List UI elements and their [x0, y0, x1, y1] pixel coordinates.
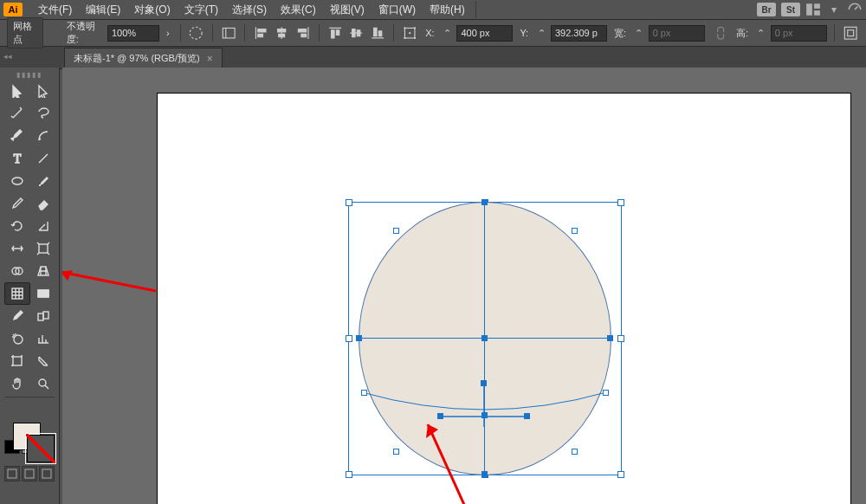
anchor-point[interactable] — [572, 449, 578, 455]
eyedropper-tool[interactable] — [4, 305, 30, 327]
h-label: 高: — [733, 27, 752, 40]
tools-panel-handle[interactable]: ▮▮▮▮▮ — [0, 71, 59, 78]
stock-button[interactable]: St — [781, 3, 800, 16]
resize-handle-se[interactable] — [617, 471, 624, 478]
document-tab[interactable]: 未标题-1* @ 97% (RGB/预览) × — [64, 48, 223, 68]
curvature-tool[interactable] — [30, 125, 56, 147]
menu-select[interactable]: 选择(S) — [225, 0, 274, 19]
menu-effect[interactable]: 效果(C) — [274, 0, 323, 19]
collapse-arrows-icon[interactable]: ◂◂ — [3, 52, 12, 61]
y-input[interactable] — [551, 25, 607, 42]
document-tab-strip: 未标题-1* @ 97% (RGB/预览) × — [0, 47, 866, 69]
direct-selection-tool[interactable] — [30, 80, 56, 102]
menu-view[interactable]: 视图(V) — [323, 0, 372, 19]
recolor-artwork-button[interactable] — [187, 23, 204, 43]
hand-tool[interactable] — [4, 372, 30, 395]
fill-stroke-control[interactable] — [10, 421, 49, 462]
anchor-point[interactable] — [356, 335, 362, 341]
anchor-point[interactable] — [481, 199, 488, 205]
svg-rect-21 — [38, 313, 43, 320]
resize-handle-nw[interactable] — [346, 199, 352, 206]
align-vcenter-button[interactable] — [347, 23, 365, 43]
menu-window[interactable]: 窗口(W) — [372, 0, 423, 19]
symbol-sprayer-tool[interactable] — [4, 327, 30, 350]
svg-rect-4 — [223, 28, 235, 37]
anchor-point[interactable] — [607, 335, 613, 341]
free-transform-tool[interactable] — [30, 237, 56, 260]
chevron-down-icon[interactable]: ▾ — [826, 3, 842, 16]
anchor-point[interactable] — [572, 228, 578, 234]
svg-point-9 — [414, 37, 416, 39]
anchor-point[interactable] — [603, 390, 609, 396]
svg-rect-18 — [12, 288, 23, 299]
resize-handle-w[interactable] — [346, 335, 352, 342]
w-input — [649, 25, 705, 42]
align-bottom-button[interactable] — [369, 23, 386, 43]
zoom-tool[interactable] — [30, 372, 56, 395]
align-right-button[interactable] — [294, 23, 312, 43]
selection-type-label: 网格点 — [7, 17, 43, 48]
arrange-documents-icon[interactable] — [805, 3, 821, 16]
canvas-stage[interactable] — [62, 68, 866, 504]
y-link-icon[interactable]: ⌃ — [535, 23, 547, 43]
tools-panel: ▮▮▮▮▮ T — [0, 68, 60, 504]
document-tab-close-icon[interactable]: × — [207, 53, 213, 65]
blend-tool[interactable] — [30, 305, 56, 327]
menu-file[interactable]: 文件(F) — [31, 0, 79, 19]
full-screen-mode[interactable] — [39, 466, 55, 481]
full-screen-menu-mode[interactable] — [22, 466, 37, 481]
x-input[interactable] — [456, 25, 513, 42]
anchor-point[interactable] — [393, 228, 399, 234]
line-segment-tool[interactable] — [30, 147, 56, 170]
anchor-point[interactable] — [481, 335, 488, 341]
align-panel-button[interactable] — [220, 23, 237, 43]
menu-type[interactable]: 文字(T) — [178, 0, 225, 19]
eraser-tool[interactable] — [30, 192, 56, 215]
svg-point-25 — [39, 379, 46, 386]
x-link-icon[interactable]: ⌃ — [442, 23, 454, 43]
resize-handle-ne[interactable] — [617, 199, 624, 206]
constrain-proportions-icon[interactable] — [712, 23, 729, 43]
normal-screen-mode[interactable] — [4, 466, 20, 481]
perspective-grid-tool[interactable] — [30, 260, 56, 282]
column-graph-tool[interactable] — [30, 327, 56, 350]
paintbrush-tool[interactable] — [30, 170, 56, 192]
menu-edit[interactable]: 编辑(E) — [79, 0, 127, 19]
width-tool[interactable] — [4, 237, 30, 260]
artboard-tool[interactable] — [4, 350, 30, 372]
opacity-input[interactable] — [107, 25, 159, 42]
align-left-button[interactable] — [252, 23, 269, 43]
transform-anchor-icon[interactable] — [401, 23, 418, 43]
pen-tool[interactable] — [4, 125, 30, 147]
type-tool[interactable]: T — [4, 147, 30, 170]
slice-tool[interactable] — [30, 350, 56, 372]
gradient-tool[interactable] — [30, 282, 56, 305]
svg-rect-31 — [481, 380, 487, 386]
mesh-tool[interactable] — [4, 282, 30, 305]
selection-tool[interactable] — [4, 80, 30, 102]
scale-tool[interactable] — [30, 215, 56, 237]
svg-rect-22 — [43, 312, 48, 319]
shaper-tool[interactable] — [4, 192, 30, 215]
resize-handle-e[interactable] — [617, 335, 624, 342]
ellipse-tool[interactable] — [4, 170, 30, 192]
rotate-tool[interactable] — [4, 215, 30, 237]
opacity-dropdown-icon[interactable]: › — [163, 28, 173, 38]
isolate-edit-button[interactable] — [842, 23, 859, 43]
menu-object[interactable]: 对象(O) — [127, 0, 177, 19]
bridge-button[interactable]: Br — [757, 3, 776, 16]
gpu-icon[interactable] — [847, 3, 863, 16]
menu-bar: Ai 文件(F) 编辑(E) 对象(O) 文字(T) 选择(S) 效果(C) 视… — [0, 0, 866, 20]
lasso-tool[interactable] — [30, 102, 56, 125]
resize-handle-sw[interactable] — [346, 471, 352, 478]
align-hcenter-button[interactable] — [273, 23, 290, 43]
align-top-button[interactable] — [326, 23, 344, 43]
menu-help[interactable]: 帮助(H) — [423, 0, 472, 19]
w-label: 宽: — [611, 27, 630, 40]
stroke-swatch[interactable] — [27, 435, 55, 462]
anchor-point[interactable] — [361, 390, 367, 396]
svg-rect-15 — [39, 244, 48, 253]
shape-builder-tool[interactable] — [4, 260, 30, 282]
magic-wand-tool[interactable] — [4, 102, 30, 125]
anchor-point[interactable] — [393, 449, 399, 455]
